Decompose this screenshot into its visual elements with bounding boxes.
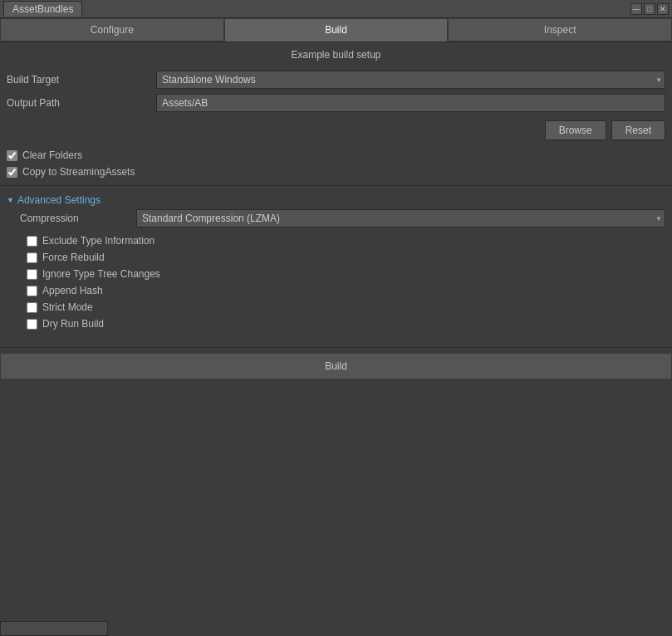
ignore-type-tree-checkbox[interactable] — [27, 269, 37, 280]
build-button[interactable]: Build — [0, 353, 672, 379]
exclude-type-row: Exclude Type Information — [7, 232, 665, 249]
tab-inspect[interactable]: Inspect — [448, 18, 672, 42]
window-title-tab: AssetBundles — [3, 1, 82, 17]
window-controls: — □ ✕ — [630, 3, 669, 15]
copy-streaming-row: Copy to StreamingAssets — [0, 164, 672, 180]
browse-button[interactable]: Browse — [545, 120, 606, 140]
force-rebuild-checkbox[interactable] — [27, 252, 37, 263]
exclude-type-label: Exclude Type Information — [42, 235, 155, 247]
dry-run-row: Dry Run Build — [7, 316, 665, 332]
append-hash-checkbox[interactable] — [27, 286, 37, 296]
strict-mode-row: Strict Mode — [7, 299, 665, 316]
build-target-label: Build Target — [7, 74, 156, 86]
tab-build[interactable]: Build — [224, 18, 449, 42]
output-path-field: Output Path Assets/AB — [7, 94, 665, 112]
build-target-select[interactable]: Standalone Windows Standalone Windows 64… — [156, 71, 665, 89]
force-rebuild-label: Force Rebuild — [42, 252, 105, 263]
close-button[interactable]: ✕ — [657, 3, 669, 15]
compression-select[interactable]: No Compression Standard Compression (LZM… — [136, 209, 665, 227]
section-title: Example build setup — [0, 42, 672, 67]
maximize-button[interactable]: □ — [644, 3, 655, 15]
force-rebuild-row: Force Rebuild — [7, 249, 665, 266]
build-target-field: Build Target Standalone Windows Standalo… — [7, 71, 665, 89]
reset-button[interactable]: Reset — [611, 120, 665, 140]
exclude-type-checkbox[interactable] — [27, 236, 37, 247]
nav-tabs: Configure Build Inspect — [0, 18, 672, 42]
clear-folders-row: Clear Folders — [0, 147, 672, 164]
dry-run-checkbox[interactable] — [27, 319, 37, 330]
advanced-settings-header[interactable]: ▼ Advanced Settings — [0, 191, 672, 209]
output-path-value: Assets/AB — [156, 94, 665, 112]
tab-configure[interactable]: Configure — [0, 18, 224, 42]
empty-area — [0, 379, 672, 619]
bottom-bar — [0, 619, 672, 636]
strict-mode-label: Strict Mode — [42, 301, 93, 313]
compression-label: Compression — [20, 213, 136, 224]
content-area: Example build setup Build Target Standal… — [0, 42, 672, 619]
divider-2 — [0, 347, 672, 348]
compression-field: Compression No Compression Standard Comp… — [7, 209, 665, 227]
clear-folders-label: Clear Folders — [22, 149, 82, 161]
build-target-select-wrapper: Standalone Windows Standalone Windows 64… — [156, 71, 665, 89]
advanced-settings-label: Advanced Settings — [17, 194, 101, 206]
append-hash-row: Append Hash — [7, 282, 665, 299]
advanced-settings-content: Compression No Compression Standard Comp… — [0, 209, 672, 332]
main-window: AssetBundles — □ ✕ Configure Build Inspe… — [0, 0, 672, 636]
build-target-row: Build Target Standalone Windows Standalo… — [0, 67, 672, 120]
output-path-label: Output Path — [7, 97, 156, 109]
strict-mode-checkbox[interactable] — [27, 302, 37, 313]
ignore-type-tree-row: Ignore Type Tree Changes — [7, 266, 665, 282]
scrollbar-placeholder — [0, 621, 108, 636]
divider-1 — [0, 185, 672, 186]
clear-folders-checkbox[interactable] — [7, 150, 17, 161]
path-buttons: Browse Reset — [0, 120, 672, 140]
copy-streaming-checkbox[interactable] — [7, 167, 17, 178]
advanced-arrow-icon: ▼ — [7, 196, 14, 204]
compression-select-wrapper: No Compression Standard Compression (LZM… — [136, 209, 665, 227]
build-button-area: Build — [0, 342, 672, 379]
ignore-type-tree-label: Ignore Type Tree Changes — [42, 268, 160, 280]
title-bar: AssetBundles — □ ✕ — [0, 0, 672, 18]
append-hash-label: Append Hash — [42, 285, 103, 296]
dry-run-label: Dry Run Build — [42, 318, 104, 330]
minimize-button[interactable]: — — [630, 3, 642, 15]
copy-streaming-label: Copy to StreamingAssets — [22, 166, 135, 178]
